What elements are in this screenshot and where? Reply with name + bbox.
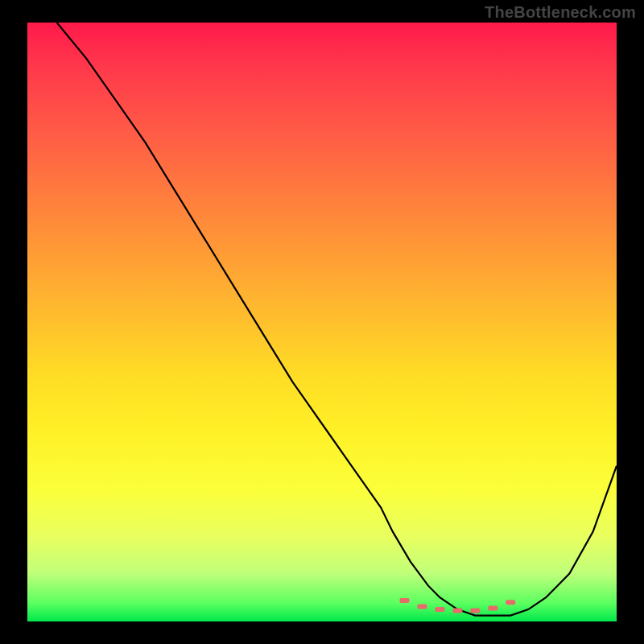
watermark-text: TheBottleneck.com <box>485 3 636 22</box>
optimal-marker <box>488 606 497 611</box>
curve-svg <box>27 23 617 621</box>
plot-area <box>27 23 617 621</box>
chart-frame: TheBottleneck.com <box>0 0 644 644</box>
optimal-marker <box>506 600 515 605</box>
optimal-marker <box>400 598 410 603</box>
optimal-marker <box>417 604 427 609</box>
bottleneck-curve-path <box>57 23 617 616</box>
optimal-marker <box>470 609 480 613</box>
optimal-marker <box>435 607 444 612</box>
optimal-marker <box>452 609 462 613</box>
optimal-markers-group <box>400 598 516 613</box>
